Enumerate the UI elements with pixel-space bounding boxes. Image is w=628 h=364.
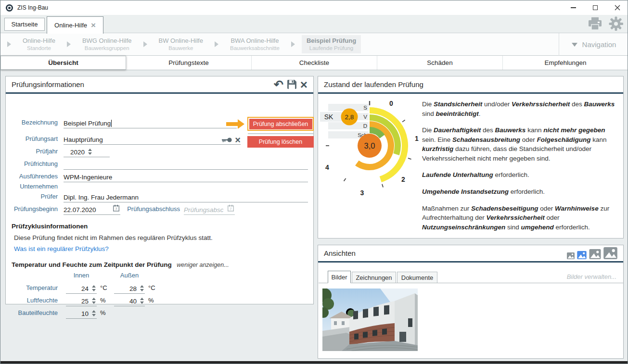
field-label-bezeichnung: Bezeichnung xyxy=(6,119,58,126)
calendar-icon[interactable]: 7 xyxy=(113,205,119,212)
gauge-tick xyxy=(344,178,346,181)
condition-panel-header: Zustand der laufenden Prüfung xyxy=(318,76,623,94)
breadcrumb-item-standorte[interactable]: Online-Hilfe Standorte xyxy=(18,35,60,54)
field-label-pruefrichtung: Prüfrichtung xyxy=(6,160,58,167)
bezeichnung-input[interactable]: Beispiel Prüfung xyxy=(64,115,237,128)
breadcrumb-item-bauwerksgruppen[interactable]: BWG Online-Hilfe Bauwerksgruppen xyxy=(77,35,137,54)
gauge-ring-label: S xyxy=(363,105,367,111)
luftfeuchte-innen-stepper[interactable]: 25 xyxy=(66,293,97,306)
views-tab-dokumente[interactable]: Dokumente xyxy=(397,272,437,283)
condition-gauge-chart: 01234SVDSchSK2,83,0 xyxy=(320,96,422,198)
gauge-ring-label: V xyxy=(363,114,367,120)
breadcrumb-item-laufende-pruefung[interactable]: Beispiel Prüfung Laufende Prüfung xyxy=(302,35,361,54)
gauge-scale-label: 4 xyxy=(325,163,329,171)
views-panel-header: Ansichten xyxy=(318,245,623,263)
field-label-unternehmen-2: Unternehmen xyxy=(6,183,58,190)
section-tab-bar: Übersicht Prüfungstexte Checkliste Schäd… xyxy=(0,56,628,70)
row-label-temperatur: Temperatur xyxy=(6,284,58,291)
gauge-tick xyxy=(402,120,405,122)
tab-pruefungstexte[interactable]: Prüfungstexte xyxy=(126,56,252,70)
stepper-arrows-icon[interactable] xyxy=(140,285,144,291)
key-icon xyxy=(222,137,232,143)
cycle-help-link[interactable]: Was ist ein regulärer Prüfzyklus? xyxy=(14,245,109,252)
gauge-scale-label: 1 xyxy=(415,135,419,142)
highlight-arrow-icon xyxy=(226,119,245,129)
stepper-arrows-icon[interactable] xyxy=(92,310,96,316)
luftfeuchte-aussen-stepper[interactable]: 40 xyxy=(114,293,145,306)
temperatur-aussen-stepper[interactable]: 28 xyxy=(114,280,145,294)
window-title: ZIS Ing-Bau xyxy=(17,4,48,11)
sk-value: 2,8 xyxy=(345,113,354,121)
settings-gear-icon[interactable] xyxy=(608,16,624,31)
chevron-right-icon xyxy=(67,41,71,47)
overall-grade-value: 3,0 xyxy=(364,141,375,150)
pruefjahr-stepper[interactable]: 2020 xyxy=(64,144,110,157)
navigation-dropdown[interactable]: Navigation xyxy=(559,33,628,56)
show-less-toggle[interactable]: weniger anzeigen... xyxy=(177,262,229,268)
pruefrichtung-input[interactable] xyxy=(64,156,308,170)
close-button[interactable] xyxy=(606,0,628,15)
manage-images-link[interactable]: Bilder verwalten... xyxy=(567,273,616,280)
gauge-scale-label: 2 xyxy=(401,176,405,183)
button-separator xyxy=(248,133,313,134)
temperatur-innen-stepper[interactable]: 24 xyxy=(66,280,97,294)
pruefungsart-input[interactable]: Hauptprüfung × xyxy=(64,131,241,145)
chevron-right-icon xyxy=(143,41,147,47)
inspection-form: Bezeichnung Beispiel Prüfung Prüfung abs… xyxy=(6,94,313,303)
climate-heading-row: Temperatur und Feuchte zum Zeitpunkt der… xyxy=(12,260,229,269)
tab-uebersicht[interactable]: Übersicht xyxy=(0,56,126,70)
gauge-ring-label: D xyxy=(363,123,367,129)
title-bar: ZIS Ing-Bau xyxy=(0,0,628,15)
calendar-icon[interactable]: 7 xyxy=(228,205,234,212)
unit-label: % xyxy=(148,297,154,304)
text-caret xyxy=(111,120,112,127)
bauteilfeuchte-innen-stepper[interactable]: 10 xyxy=(66,305,97,319)
gauge-tick xyxy=(382,184,383,188)
views-panel: Ansichten Bilder xyxy=(318,245,624,359)
tab-empfehlungen[interactable]: Empfehlungen xyxy=(503,56,628,70)
views-tab-bilder[interactable]: Bilder xyxy=(328,271,351,283)
app-icon xyxy=(6,4,13,12)
views-tab-zeichnungen[interactable]: Zeichnungen xyxy=(352,272,396,283)
minimize-button[interactable] xyxy=(562,0,584,15)
pruefungsabschluss-datepicker[interactable]: Prüfungsabsch 7 xyxy=(184,201,235,215)
tab-startseite[interactable]: Startseite xyxy=(4,18,45,31)
finish-inspection-button-highlight: Prüfung abschließen xyxy=(247,117,314,131)
stepper-arrows-icon[interactable] xyxy=(92,298,96,304)
inspection-info-panel: Prüfungsinformationen ↶ × Bezeichnung Be… xyxy=(5,76,314,304)
stepper-arrows-icon[interactable] xyxy=(140,298,144,304)
delete-inspection-button[interactable]: Prüfung löschen xyxy=(247,136,314,148)
views-tab-underline xyxy=(319,283,623,283)
tab-close-icon[interactable]: × xyxy=(91,23,96,28)
tab-checkliste[interactable]: Checkliste xyxy=(252,56,377,70)
undo-icon[interactable]: ↶ xyxy=(274,80,283,89)
breadcrumb-item-bauwerksabschnitte[interactable]: BWA Online-Hilfe Bauwerksabschnitte xyxy=(225,35,284,54)
pruefer-input[interactable]: Dipl. Ing. Frau Jedermann xyxy=(64,189,308,202)
thumbnail-size-xlarge-icon[interactable] xyxy=(603,247,617,259)
tab-online-hilfe[interactable]: Online-Hilfe × xyxy=(47,16,103,34)
clear-field-icon[interactable]: × xyxy=(235,137,241,143)
pruefungsbeginn-datepicker[interactable]: 22.07.2020 7 xyxy=(64,201,120,215)
row-label-luftfeuchte: Luftfeuchte xyxy=(6,297,58,304)
field-label-pruefer: Prüfer xyxy=(6,193,58,200)
thumbnail-size-large-icon[interactable] xyxy=(589,249,601,259)
tab-schaeden[interactable]: Schäden xyxy=(377,56,503,70)
print-icon[interactable] xyxy=(588,17,602,30)
panel-title: Zustand der laufenden Prüfung xyxy=(324,80,423,88)
thumbnail-size-small-icon[interactable] xyxy=(567,252,575,259)
thumbnail-size-medium-icon[interactable] xyxy=(577,251,587,259)
stepper-arrows-icon[interactable] xyxy=(92,285,96,291)
climate-heading: Temperatur und Feuchte zum Zeitpunkt der… xyxy=(12,261,172,268)
building-photo[interactable] xyxy=(322,289,418,351)
breadcrumb-item-bauwerke[interactable]: BW Online-Hilfe Bauwerke xyxy=(154,35,208,54)
column-header-aussen: Außen xyxy=(114,272,145,279)
tab-startseite-label: Startseite xyxy=(12,21,38,28)
maximize-button[interactable] xyxy=(584,0,606,15)
stepper-arrows-icon[interactable] xyxy=(88,149,92,155)
panel-close-icon[interactable]: × xyxy=(300,80,308,89)
unit-label: % xyxy=(100,309,106,316)
save-icon[interactable] xyxy=(287,79,297,89)
inspection-info-header: Prüfungsinformationen ↶ × xyxy=(6,76,313,94)
finish-inspection-button[interactable]: Prüfung abschließen xyxy=(249,119,312,129)
unternehmen-input[interactable]: WPM-Ingenieure xyxy=(64,169,308,182)
